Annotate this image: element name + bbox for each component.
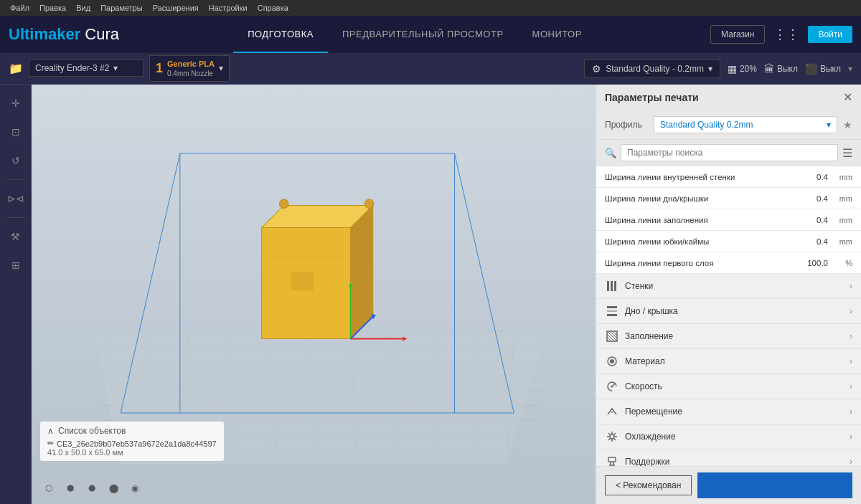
topbottom-unit: mm (831, 194, 852, 203)
speed-label: Скорость (625, 381, 850, 391)
viewport[interactable]: ∧ Список объектов ✏ CE3_26e2b9b07eb537a9… (32, 85, 596, 504)
grid-icon[interactable]: ⋮⋮ (771, 24, 802, 45)
menu-extensions[interactable]: Расширения (149, 2, 203, 14)
toolbar-left: 📁 Creality Ender-3 #2 ▾ 1 Generic PLA 0.… (9, 55, 230, 82)
settings-sliders-icon: ⚙ (592, 63, 601, 75)
quality-label: Standard Quality - 0.2mm (606, 64, 704, 74)
panel-close-button[interactable]: ✕ (843, 90, 852, 104)
tab-monitor[interactable]: МОНИТОР (518, 16, 596, 53)
menu-view[interactable]: Вид (72, 2, 95, 14)
menu-settings[interactable]: Настройки (204, 2, 252, 14)
topbottom-label: Ширина линии дна/крышки (605, 194, 785, 203)
category-travel[interactable]: Перемещение › (596, 399, 861, 424)
infill-width-unit: mm (831, 216, 852, 224)
pencil-icon: ✏ (47, 439, 54, 448)
category-walls[interactable]: Стенки › (596, 274, 861, 299)
object-filename: CE3_26e2b9b07eb537a9672e2a1da8c44597 (57, 439, 217, 448)
menu-edit[interactable]: Правка (35, 2, 70, 14)
profile-value: Standard Quality 0.2mm (660, 120, 753, 130)
folder-icon[interactable]: 📁 (9, 62, 23, 75)
bottom-save-icon[interactable]: ⬢ (62, 480, 79, 497)
infill-info: ▦ 20% (728, 63, 757, 75)
material-number: 1 (156, 61, 163, 76)
infill-icon: ▦ (728, 63, 737, 75)
sidebar-move-icon[interactable]: ✛ (3, 90, 29, 116)
object-list-label: Список объектов (58, 426, 126, 436)
topbottom-value: 0.4 (785, 194, 828, 203)
walls-chevron-icon: › (850, 281, 852, 291)
svg-point-49 (610, 359, 614, 363)
walls-icon (605, 279, 619, 293)
login-button[interactable]: Войти (808, 26, 852, 43)
search-icon: 🔍 (605, 148, 616, 158)
material-name: Generic PLA (167, 59, 215, 69)
category-speed[interactable]: Скорость › (596, 374, 861, 399)
material-selector[interactable]: 1 Generic PLA 0.4mm Nozzle ▾ (149, 55, 230, 82)
chevron-up-icon: ∧ (47, 426, 54, 436)
bottom-info-icon[interactable]: ◉ (126, 480, 144, 497)
support-icon: 🏛 (764, 63, 774, 75)
sidebar-divider-1 (7, 179, 24, 180)
profile-selector[interactable]: Standard Quality 0.2mm ▾ (654, 116, 837, 133)
firstlayer-value: 100.0 (785, 259, 828, 267)
category-cooling[interactable]: Охлаждение › (596, 424, 861, 450)
svg-point-53 (610, 434, 614, 439)
bottom-export-icon[interactable]: ⬣ (83, 480, 100, 497)
menu-help[interactable]: Справка (253, 2, 293, 14)
infill-label: Заполнение (625, 331, 850, 341)
toolbar-right: ⚙ Standard Quality - 0.2mm ▾ ▦ 20% 🏛 Вык… (584, 60, 852, 78)
svg-rect-45 (607, 310, 617, 312)
category-material[interactable]: Материал › (596, 349, 861, 374)
category-infill[interactable]: Заполнение › (596, 324, 861, 349)
sidebar-rotate-icon[interactable]: ↺ (3, 148, 29, 173)
quality-selector[interactable]: ⚙ Standard Quality - 0.2mm ▾ (584, 60, 720, 78)
skirt-width-label: Ширина линии юбки/каймы (605, 237, 785, 246)
hamburger-menu-icon[interactable]: ☰ (842, 146, 852, 160)
object-info-panel: ∧ Список объектов ✏ CE3_26e2b9b07eb537a9… (40, 422, 224, 461)
category-support[interactable]: Поддержки › (596, 450, 861, 466)
travel-category-icon (605, 404, 619, 419)
bottom-settings-icon[interactable]: ⬤ (105, 480, 122, 497)
setting-inner-wall-width[interactable]: Ширина линии внутренней стенки 0.4 mm (596, 166, 861, 188)
sidebar-scale-icon[interactable]: ⊡ (3, 119, 29, 145)
walls-label: Стенки (625, 281, 850, 291)
recommended-button[interactable]: < Рекомендован (605, 475, 692, 495)
travel-chevron-icon: › (850, 406, 852, 417)
menubar: Файл Правка Вид Параметры Расширения Нас… (0, 0, 861, 16)
sidebar-support-icon[interactable]: ⚒ (3, 224, 29, 249)
setting-topbottom-width[interactable]: Ширина линии дна/крышки 0.4 mm (596, 188, 861, 209)
sidebar-mirror-icon[interactable]: ⊳⊲ (3, 186, 29, 211)
sidebar-permodel-icon[interactable]: ⊞ (3, 252, 29, 278)
svg-line-58 (608, 433, 611, 435)
infill-category-icon (605, 329, 619, 343)
svg-point-33 (279, 199, 288, 208)
skirt-width-value: 0.4 (785, 237, 828, 246)
setting-firstlayer-width[interactable]: Ширина линии первого слоя 100.0 % (596, 252, 861, 274)
material-chevron-icon: › (850, 356, 852, 366)
adhesion-info: ⬛ Выкл (805, 63, 841, 75)
store-button[interactable]: Магазин (710, 25, 765, 44)
skirt-width-unit: mm (831, 237, 852, 246)
header: Ultimaker Cura ПОДГОТОВКА ПРЕДВАРИТЕЛЬНЫ… (0, 16, 861, 53)
profile-dropdown-icon: ▾ (827, 120, 831, 130)
tab-preview[interactable]: ПРЕДВАРИТЕЛЬНЫЙ ПРОСМОТР (328, 16, 518, 53)
nozzle-label: 0.4mm Nozzle (167, 69, 215, 78)
tab-prepare[interactable]: ПОДГОТОВКА (233, 16, 328, 53)
menu-file[interactable]: Файл (6, 2, 34, 14)
speed-chevron-icon: › (850, 381, 852, 391)
bottom-open-icon[interactable]: ⬡ (40, 480, 57, 497)
support-chevron-icon: › (850, 457, 852, 466)
setting-infill-width[interactable]: Ширина линии заполнения 0.4 mm (596, 209, 861, 231)
adhesion-value: Выкл (820, 64, 841, 74)
profile-star-icon[interactable]: ★ (843, 119, 852, 130)
material-label: Материал (625, 356, 850, 366)
menu-params[interactable]: Параметры (96, 2, 147, 14)
slice-button[interactable] (697, 472, 852, 498)
search-input[interactable] (621, 144, 838, 161)
printer-chevron-icon: ▾ (113, 63, 118, 73)
printer-selector[interactable]: Creality Ender-3 #2 ▾ (29, 60, 144, 77)
svg-rect-44 (607, 306, 617, 308)
panel-footer: < Рекомендован (596, 466, 861, 504)
setting-skirt-width[interactable]: Ширина линии юбки/каймы 0.4 mm (596, 231, 861, 252)
category-topbottom[interactable]: Дно / крышка › (596, 299, 861, 324)
